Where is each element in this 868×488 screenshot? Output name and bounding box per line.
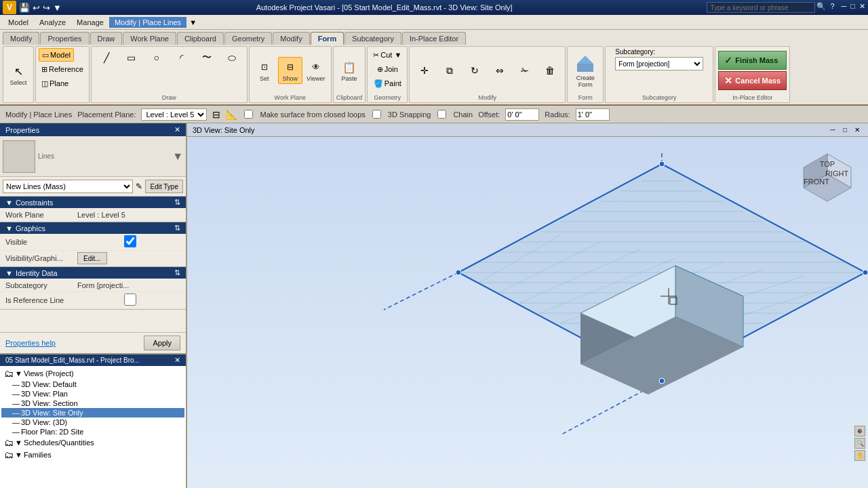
properties-scroll-arrow[interactable]: ▼	[172, 150, 183, 163]
cancel-mass-label: Cancel Mass	[735, 77, 781, 85]
tree-3d-default[interactable]: — 3D View: Default	[1, 380, 184, 389]
subcategory-dropdown[interactable]: Form [projection]	[615, 57, 703, 70]
rotate-button[interactable]: ↻	[462, 61, 487, 80]
type-dropdown[interactable]: New Lines (Mass)	[3, 180, 133, 193]
svg-text:FRONT: FRONT	[804, 178, 829, 186]
move-button[interactable]: ✛	[412, 61, 437, 80]
rect-tool[interactable]: ▭	[119, 48, 144, 67]
spline-tool[interactable]: 〜	[195, 48, 219, 67]
show-workplane-button[interactable]: ⊟ Show	[278, 57, 302, 84]
3d-site-label: 3D View: Site Only	[21, 409, 83, 417]
cancel-mass-button[interactable]: ✕ Cancel Mass	[718, 71, 787, 90]
maximize-button[interactable]: □	[850, 2, 855, 13]
tab-clipboard[interactable]: Clipboard	[177, 32, 224, 45]
viewer-icon: 👁	[308, 59, 324, 75]
zoom-button[interactable]: 🔍	[854, 438, 865, 449]
trim-button[interactable]: ✁	[513, 61, 537, 80]
search-icon[interactable]: 🔍	[816, 2, 826, 13]
arc-tool[interactable]: ◜	[170, 48, 194, 67]
tab-in-place-editor[interactable]: In-Place Editor	[402, 32, 466, 45]
tree-schedules-group[interactable]: 🗂 ▼ Schedules/Quantities	[1, 436, 184, 449]
apply-button[interactable]: Apply	[144, 336, 180, 350]
finish-mass-button[interactable]: ✓ Finish Mass	[718, 51, 787, 70]
subcategory-label-prop: Subcategory	[3, 281, 77, 289]
tab-modify2[interactable]: Modify	[273, 32, 309, 45]
3d-snapping-checkbox[interactable]	[372, 110, 381, 119]
reference-button[interactable]: ⊞ Reference	[39, 62, 86, 76]
line-tool[interactable]: ╱	[94, 48, 119, 67]
chain-checkbox[interactable]	[437, 110, 446, 119]
scene-viewport[interactable]	[187, 137, 868, 488]
viewport-max-button[interactable]: □	[840, 125, 850, 136]
quick-access-undo[interactable]: ↩	[33, 3, 40, 13]
tab-modify[interactable]: Modify	[3, 32, 39, 45]
set-workplane-button[interactable]: ⊡ Set	[252, 58, 277, 83]
edit-button[interactable]: Edit...	[77, 252, 107, 264]
graphics-header[interactable]: ▼ Graphics ⇅	[0, 222, 186, 234]
menu-manage[interactable]: Manage	[71, 17, 109, 28]
help-icon[interactable]: ?	[830, 2, 834, 13]
close-button[interactable]: ✕	[859, 2, 865, 13]
tab-subcategory[interactable]: Subcategory	[344, 32, 401, 45]
is-reference-checkbox[interactable]	[77, 293, 183, 306]
visible-row: Visible	[0, 234, 186, 251]
select-button[interactable]: ↖ Select	[6, 62, 31, 87]
minimize-button[interactable]: ─	[842, 2, 847, 13]
tree-3d-section[interactable]: — 3D View: Section	[1, 399, 184, 408]
cut-button[interactable]: ✂ Cut ▼	[370, 48, 404, 62]
visible-checkbox[interactable]	[77, 235, 183, 247]
join-button[interactable]: ⊕ Join	[374, 62, 401, 76]
constraints-header[interactable]: ▼ Constraints ⇅	[0, 197, 186, 208]
surface-checkbox[interactable]	[244, 110, 253, 119]
mirror-button[interactable]: ⇔	[488, 61, 512, 80]
tab-draw[interactable]: Draw	[90, 32, 123, 45]
radius-input[interactable]	[576, 108, 610, 121]
nav-cube-svg[interactable]: RIGHT FRONT TOP	[800, 150, 854, 205]
quick-access-redo[interactable]: ↪	[43, 3, 50, 13]
quick-bar-arrow[interactable]: ▼	[189, 18, 197, 26]
quick-access-more[interactable]: ▼	[53, 3, 62, 13]
create-form-button[interactable]: CreateForm	[570, 50, 600, 91]
paint-button[interactable]: 🪣 Paint	[371, 77, 404, 90]
viewport-min-button[interactable]: ─	[827, 125, 838, 136]
edit-type-button[interactable]: Edit Type	[145, 180, 183, 193]
viewer-button[interactable]: 👁 Viewer	[304, 58, 328, 83]
search-input[interactable]	[707, 2, 815, 13]
graphics-collapse-icon: ▼	[5, 224, 13, 232]
pan-button[interactable]: ✋	[854, 450, 865, 461]
menu-modify-place-lines[interactable]: Modify | Place Lines	[109, 17, 186, 28]
quick-access-save[interactable]: 💾	[19, 3, 30, 13]
ellipse-tool[interactable]: ⬭	[220, 48, 244, 67]
paste-button[interactable]: 📋 Paste	[337, 58, 361, 83]
app-logo-icon[interactable]: V	[3, 1, 16, 14]
tab-work-plane[interactable]: Work Plane	[123, 32, 176, 45]
placement-plane-select[interactable]: Level : Level 5	[141, 108, 207, 121]
model-button[interactable]: ▭ Model	[39, 48, 74, 62]
tab-properties[interactable]: Properties	[40, 32, 89, 45]
viewport-close-button[interactable]: ✕	[852, 125, 863, 136]
copy-button[interactable]: ⧉	[437, 61, 462, 80]
properties-close-icon[interactable]: ✕	[174, 125, 180, 134]
steering-wheel-button[interactable]: ⊕	[854, 426, 865, 436]
menu-analyze[interactable]: Analyze	[34, 17, 71, 28]
identity-data-header[interactable]: ▼ Identity Data ⇅	[0, 267, 186, 279]
tree-3d-plan[interactable]: — 3D View: Plan	[1, 389, 184, 399]
delete-button[interactable]: 🗑	[538, 61, 562, 80]
properties-header: Properties ✕	[0, 123, 186, 136]
tree-3d-3d[interactable]: — 3D View: (3D)	[1, 418, 184, 427]
tab-form[interactable]: Form	[311, 32, 344, 45]
offset-input[interactable]	[505, 108, 539, 121]
tree-views-group[interactable]: 🗂 ▼ Views (Project)	[1, 367, 184, 380]
tab-geometry[interactable]: Geometry	[224, 32, 272, 45]
circle-tool[interactable]: ○	[144, 48, 169, 67]
properties-help-link[interactable]: Properties help	[5, 339, 56, 347]
tree-floor-plan[interactable]: — Floor Plan: 2D Site	[1, 427, 184, 436]
tree-families-group[interactable]: 🗂 ▼ Families	[1, 449, 184, 461]
plane-button[interactable]: ◫ Plane	[39, 77, 71, 90]
project-browser-close[interactable]: ✕	[174, 356, 180, 365]
tree-3d-site-only[interactable]: — 3D View: Site Only	[1, 408, 184, 418]
left-panel: Properties ✕ Lines ▼ New Lines (Mass) ✎ …	[0, 123, 187, 488]
graphics-label: Graphics	[16, 224, 45, 232]
viewport-title: 3D View: Site Only	[193, 126, 255, 134]
menu-model[interactable]: Model	[3, 17, 34, 28]
